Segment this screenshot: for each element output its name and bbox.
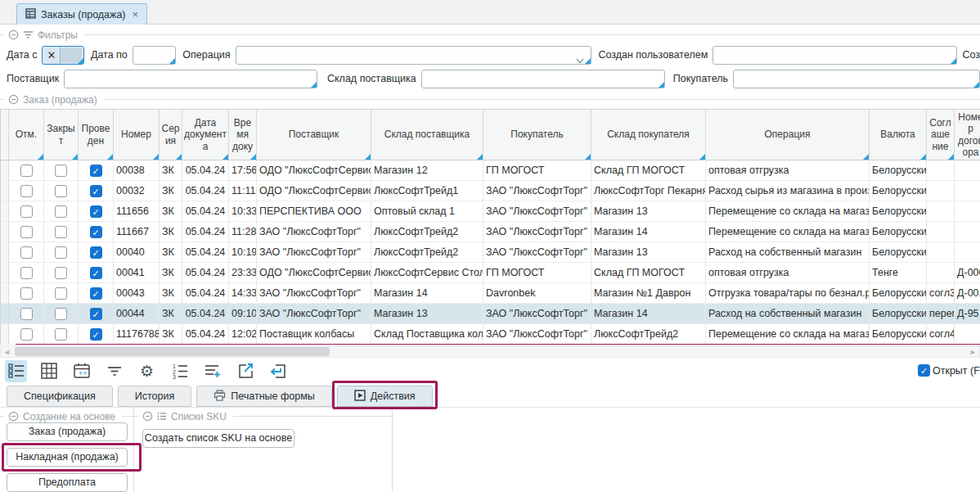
- table-grid-button[interactable]: [38, 360, 60, 382]
- column-header[interactable]: Время доку: [229, 110, 257, 160]
- closed-checkbox[interactable]: [55, 267, 67, 279]
- column-header[interactable]: Номер: [114, 110, 160, 160]
- posted-checkbox[interactable]: ✓: [90, 226, 102, 238]
- closed-checkbox[interactable]: [55, 287, 67, 300]
- scrollbar-thumb[interactable]: [15, 347, 330, 356]
- cell: Перемещение со склада на магазин: [706, 222, 870, 242]
- date-from-input[interactable]: ✕: [42, 46, 84, 65]
- open-checkbox-box[interactable]: ✓: [918, 364, 930, 377]
- list-view-button[interactable]: [5, 360, 27, 382]
- collapse-orders-icon[interactable]: [8, 94, 19, 105]
- created-by-input[interactable]: [713, 46, 957, 65]
- clear-icon[interactable]: ✕: [43, 47, 61, 64]
- table-row[interactable]: ✓00044ЗК05.04.2409:10ЗАО "ЛюксСофтТорг"М…: [1, 304, 980, 324]
- filters-group: Фильтры Дата с ✕ Дата по Операция Создан…: [0, 25, 980, 88]
- tab-history[interactable]: История: [118, 386, 191, 407]
- column-header[interactable]: Склад поставщика: [371, 110, 483, 160]
- prepayment-button[interactable]: Предоплата: [7, 473, 128, 492]
- marked-checkbox[interactable]: [20, 287, 33, 300]
- cell: 1117678871: [114, 324, 160, 345]
- posted-checkbox[interactable]: ✓: [90, 185, 102, 197]
- marked-checkbox[interactable]: [20, 246, 33, 259]
- list-icon: [157, 412, 167, 421]
- reimport-button[interactable]: [267, 360, 289, 382]
- posted-checkbox[interactable]: ✓: [90, 205, 102, 218]
- marked-checkbox[interactable]: [20, 185, 33, 197]
- posted-checkbox[interactable]: ✓: [90, 267, 102, 279]
- table-row[interactable]: ✓00040ЗК05.04.2410:19ЗАО "ЛюксСофтТорг"Л…: [1, 242, 980, 263]
- marked-checkbox[interactable]: [20, 205, 33, 218]
- column-header[interactable]: Операция: [706, 110, 870, 160]
- closed-checkbox[interactable]: [55, 165, 67, 177]
- table-row[interactable]: ✓00038ЗК05.04.2417:56ОДО "ЛюксСофтСервис…: [1, 160, 980, 181]
- column-header[interactable]: Серия: [160, 110, 182, 160]
- created-by-label: Создан пользователем: [598, 49, 708, 61]
- numbered-list-button[interactable]: 123: [169, 360, 191, 382]
- collapse-filters-icon[interactable]: [8, 29, 19, 40]
- open-checkbox[interactable]: ✓ Открыт (F6: [918, 364, 980, 377]
- export-button[interactable]: [234, 360, 256, 382]
- marked-checkbox[interactable]: [20, 267, 33, 279]
- tab-actions[interactable]: Действия: [337, 386, 433, 407]
- table-row[interactable]: ✓00043ЗК05.04.2414:33ЗАО "ЛюксСофтТорг"М…: [1, 283, 980, 304]
- marked-checkbox[interactable]: [20, 165, 33, 177]
- orders-grid: Отм.ЗакрытПроведенНомерСерияДата докумен…: [0, 109, 980, 345]
- closed-checkbox[interactable]: [55, 308, 67, 320]
- supplier-input[interactable]: [64, 70, 317, 88]
- cell: перем: [927, 304, 955, 324]
- filter-button[interactable]: [103, 360, 125, 382]
- calendar-add-button[interactable]: ++: [70, 360, 92, 382]
- marked-checkbox[interactable]: [20, 226, 33, 238]
- table-row[interactable]: ✓00041ЗК05.04.2423:33ОДО "ЛюксСофтСервис…: [1, 263, 980, 283]
- column-header[interactable]: Дата документа: [182, 110, 229, 160]
- column-header[interactable]: Поставщик: [257, 110, 371, 160]
- posted-checkbox[interactable]: ✓: [90, 328, 102, 341]
- column-header[interactable]: Склад покупателя: [591, 110, 706, 160]
- posted-checkbox[interactable]: ✓: [90, 287, 102, 300]
- closed-checkbox[interactable]: [55, 246, 67, 259]
- collapse-sku-icon[interactable]: [142, 411, 153, 422]
- column-header[interactable]: Соглашение: [927, 110, 955, 160]
- marked-checkbox[interactable]: [20, 308, 33, 320]
- cell: Белорусский: [870, 222, 927, 242]
- scroll-right-icon[interactable]: ►: [967, 346, 979, 357]
- cell: Перемещение со склада на магазин: [706, 201, 870, 222]
- gear-icon: ⚙: [140, 363, 154, 379]
- buyer-label: Покупатель: [673, 73, 728, 84]
- order-sale-button[interactable]: Заказ (продажа): [7, 422, 128, 441]
- column-header[interactable]: Покупатель: [483, 110, 591, 160]
- date-to-input[interactable]: [133, 46, 177, 65]
- column-header[interactable]: Закрыт: [44, 110, 79, 160]
- tab-orders-sale[interactable]: Заказы (продажа) ×: [16, 3, 147, 25]
- invoice-sale-button[interactable]: Накладная (продажа): [7, 448, 128, 467]
- buyer-input[interactable]: [733, 70, 980, 88]
- column-header[interactable]: Отм.: [9, 110, 44, 160]
- column-header[interactable]: Номер договора: [955, 110, 980, 160]
- closed-checkbox[interactable]: [55, 205, 67, 218]
- horizontal-scrollbar[interactable]: ◄ ►: [0, 345, 980, 358]
- scroll-left-icon[interactable]: ◄: [1, 346, 13, 357]
- marked-checkbox[interactable]: [20, 328, 33, 341]
- posted-checkbox[interactable]: ✓: [90, 246, 102, 259]
- tab-close-icon[interactable]: ×: [133, 8, 139, 20]
- supplier-warehouse-input[interactable]: [421, 70, 665, 88]
- tab-specification[interactable]: Спецификация: [7, 386, 113, 407]
- tab-print-forms[interactable]: Печатные формы: [196, 386, 332, 407]
- column-header[interactable]: Валюта: [870, 110, 927, 160]
- operation-select[interactable]: [236, 46, 592, 65]
- table-row[interactable]: ✓00032ЗК05.04.2411:11ОДО "ЛюксСофтСервис…: [1, 181, 980, 201]
- table-row[interactable]: ✓111656ЗК05.04.2410:33ПЕРСПЕКТИВА ООООпт…: [1, 201, 980, 222]
- posted-checkbox[interactable]: ✓: [90, 165, 102, 177]
- closed-checkbox[interactable]: [55, 185, 67, 197]
- cell: согл4: [927, 324, 955, 345]
- create-sku-list-button[interactable]: Создать список SKU на основе: [142, 429, 294, 448]
- column-header[interactable]: Проведен: [79, 110, 114, 160]
- table-row[interactable]: ✓111667ЗК05.04.2411:28ЗАО "ЛюксСофтТорг"…: [1, 222, 980, 242]
- posted-checkbox[interactable]: ✓: [90, 308, 102, 320]
- closed-checkbox[interactable]: [55, 226, 67, 238]
- settings-gear-button[interactable]: ⚙: [136, 360, 158, 382]
- closed-checkbox[interactable]: [55, 328, 67, 341]
- table-row[interactable]: ✓1117678871ЗК05.04.2412:02Поставщик колб…: [1, 324, 980, 345]
- collapse-create-icon[interactable]: [8, 411, 19, 422]
- add-to-list-button[interactable]: [201, 360, 223, 382]
